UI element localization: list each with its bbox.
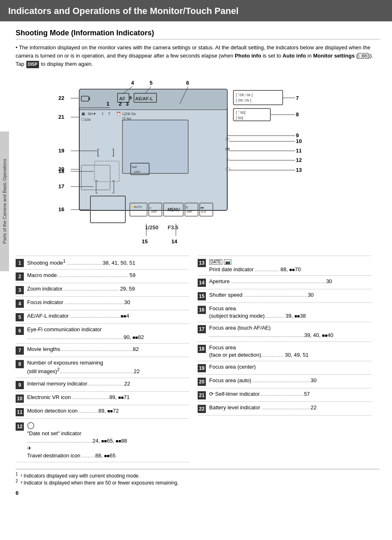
ind-num-6: 6 (16, 327, 24, 335)
indicator-15: 15 Shutter speed .......................… (198, 289, 371, 302)
ind-num-20: 20 (198, 378, 206, 386)
svg-text:6: 6 (186, 80, 189, 86)
svg-text:0.0: 0.0 (201, 210, 206, 214)
ind-num-14: 14 (198, 279, 206, 287)
svg-text:⏰: ⏰ (116, 111, 121, 116)
svg-rect-23 (89, 97, 90, 100)
svg-text:19: 19 (58, 148, 64, 154)
ind-text-1: Shooting mode1 ........................3… (27, 258, 189, 267)
svg-text:10: 10 (296, 138, 302, 144)
ind-text-10: Electronic VR icon .....................… (27, 394, 189, 401)
indicator-5: 5 AE/AF-L indicator ....................… (16, 310, 189, 323)
svg-text:22: 22 (58, 95, 64, 101)
svg-text:AUTO: AUTO (134, 205, 142, 208)
ind-num-8: 8 (16, 360, 24, 368)
indicator-9: 9 Internal memory indicator.............… (16, 378, 189, 391)
indicators-left-col: 1 Shooting mode1 .......................… (16, 256, 198, 462)
svg-text:MENU: MENU (168, 208, 180, 212)
svg-text:4: 4 (131, 80, 134, 86)
disp-button-icon: DISP (26, 61, 39, 68)
intro-text-6: to display them again. (39, 61, 93, 67)
svg-text:AE/AF-L: AE/AF-L (135, 96, 153, 101)
side-tab: Parts of the Camera and Basic Operations (0, 132, 9, 271)
svg-text:21: 21 (58, 114, 64, 120)
svg-text:L[29□0s: L[29□0s (122, 112, 136, 116)
svg-text:F3.5: F3.5 (168, 224, 178, 231)
svg-text:11: 11 (296, 148, 302, 154)
ind-num-12: 12 (16, 422, 24, 431)
ind-text-16: Focus area(subject tracking mode).......… (209, 305, 371, 320)
indicator-21: 21 ⟳ Self-timer indicator...............… (198, 388, 371, 402)
svg-point-5 (129, 96, 132, 99)
svg-text:⎦: ⎦ (112, 186, 115, 194)
camera-diagram: AF AE/AF-L [ "29□ 0s ] [ 29□ 0s ] [ " 50… (40, 75, 328, 247)
ind-text-2: Macro mode..............................… (27, 272, 189, 279)
ind-text-7: Movie lengths...........................… (27, 346, 189, 353)
ind-num-2: 2 (16, 272, 24, 281)
ind-num-9: 9 (16, 381, 24, 389)
ind-text-19: Focus area (center) (209, 363, 371, 371)
ind-text-3: Zoom indicator..........................… (27, 285, 189, 293)
svg-text:1/250: 1/250 (145, 224, 159, 231)
page-header: Indicators and Operations of the Monitor… (0, 0, 392, 21)
indicator-18: 18 Focus area(face or pet detection)....… (198, 342, 371, 361)
svg-text:‼AF: ‼AF (131, 165, 137, 169)
ind-text-13: DATE 📷 Print date indicator ............… (209, 258, 371, 273)
svg-text:[T 50:: [T 50: (122, 117, 132, 121)
indicator-22: 22 Battery level indicator .............… (198, 402, 371, 415)
svg-text:T: T (108, 112, 111, 116)
svg-text:OFF: OFF (187, 210, 192, 213)
svg-text:12: 12 (296, 157, 302, 163)
indicator-14: 14 Aperture ............................… (198, 275, 371, 289)
svg-text:8: 8 (296, 111, 299, 118)
ind-num-10: 10 (16, 395, 24, 403)
svg-text:OFF: OFF (134, 170, 141, 174)
svg-text:9: 9 (296, 132, 299, 138)
intro-text-4: ( (355, 53, 358, 59)
indicator-16: 16 Focus area(subject tracking mode)....… (198, 302, 371, 322)
indicator-1: 1 Shooting mode1 .......................… (16, 256, 189, 269)
ref-box: □88 (358, 53, 368, 59)
svg-text:☼: ☼ (225, 156, 231, 162)
indicator-13: 13 DATE 📷 Print date indicator .........… (198, 256, 371, 275)
ind-text-20: Focus area (auto) ......................… (209, 377, 371, 384)
indicator-10: 10 Electronic VR icon ..................… (16, 391, 189, 405)
main-content: Shooting Mode (Information Indicators) •… (0, 21, 392, 504)
svg-text:[ "29□ 0s ]: [ "29□ 0s ] (236, 93, 253, 97)
svg-text:2: 2 (119, 101, 122, 107)
svg-text:[  50]: [ 50] (236, 116, 243, 120)
svg-text:15: 15 (142, 238, 148, 245)
footnotes: 1 ¹ Indicators displayed vary with curre… (16, 469, 380, 486)
footnote-1: 1 ¹ Indicators displayed vary with curre… (16, 472, 380, 479)
ind-num-22: 22 (198, 405, 206, 413)
ind-num-15: 15 (198, 292, 206, 300)
svg-text:[: [ (97, 148, 99, 157)
indicator-11: 11 Motion detection icon .............89… (16, 405, 189, 418)
svg-text:7: 7 (296, 95, 299, 101)
svg-text:⚆: ⚆ (225, 166, 231, 173)
ind-num-21: 21 (198, 391, 206, 399)
intro-paragraph: • The information displayed on the monit… (16, 44, 380, 68)
indicator-2: 2 Macro mode............................… (16, 269, 189, 283)
ind-num-3: 3 (16, 286, 24, 294)
svg-text:1: 1 (106, 101, 109, 107)
svg-text:⛂: ⛂ (225, 145, 230, 152)
intro-text-3: in (306, 53, 313, 59)
indicator-8: 8 Number of exposures remaining(still im… (16, 357, 189, 378)
ind-text-14: Aperture ...............................… (209, 278, 371, 285)
svg-text:▬: ▬ (201, 205, 204, 209)
svg-text:◇: ◇ (225, 135, 230, 142)
intro-text-2: is set to (261, 53, 283, 59)
ind-num-4: 4 (16, 300, 24, 308)
indicator-3: 3 Zoom indicator........................… (16, 283, 189, 296)
svg-text:⇧: ⇧ (101, 112, 104, 116)
ind-text-15: Shutter speed ..........................… (209, 291, 371, 299)
ind-text-9: Internal memory indicator...............… (27, 380, 189, 388)
indicator-4: 4 Focus indicator ......................… (16, 296, 189, 310)
ind-num-19: 19 (198, 364, 206, 372)
svg-text:⎔10s: ⎔10s (81, 118, 91, 122)
ind-text-6: Eye-Fi communication indicator..........… (27, 326, 189, 341)
svg-text:OFF: OFF (151, 210, 157, 213)
svg-text:[ " 50]: [ " 50] (236, 111, 245, 115)
footnote-2: 2 ² Indicator is displayed when there ar… (16, 479, 380, 486)
